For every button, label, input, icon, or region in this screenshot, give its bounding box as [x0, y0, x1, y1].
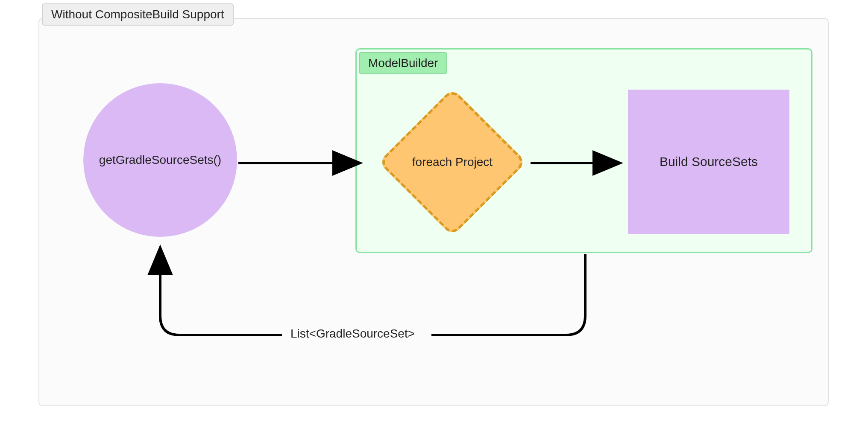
- outer-container-label: Without CompositeBuild Support: [42, 3, 234, 26]
- return-arrow-label: List<GradleSourceSet>: [290, 327, 415, 341]
- arrow-diamond-to-rect: [531, 161, 622, 165]
- model-builder-label: ModelBuilder: [359, 52, 447, 74]
- diamond-node-foreach: foreach Project: [378, 88, 527, 236]
- rect-node-text: Build SourceSets: [660, 154, 758, 169]
- arrow-circle-to-diamond: [238, 161, 362, 165]
- diamond-text: foreach Project: [410, 155, 495, 169]
- diamond-wrapper: foreach Project: [378, 88, 527, 236]
- rect-node-build-sourcesets: Build SourceSets: [628, 90, 789, 234]
- circle-node-text: getGradleSourceSets(): [99, 153, 221, 167]
- circle-node-getsourcesets: getGradleSourceSets(): [83, 83, 237, 237]
